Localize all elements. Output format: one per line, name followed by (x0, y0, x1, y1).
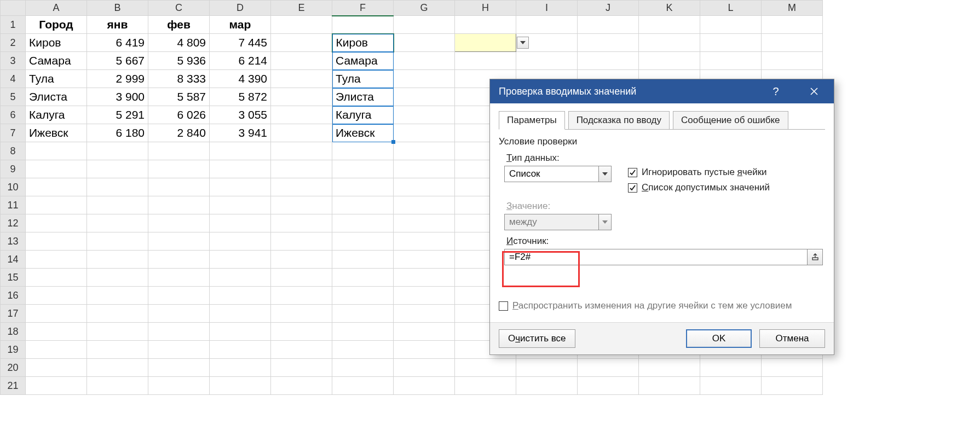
column-header[interactable]: A (26, 1, 87, 16)
cell[interactable] (210, 359, 271, 377)
cell[interactable]: Тула (332, 70, 394, 88)
cell[interactable] (332, 341, 394, 359)
cell[interactable] (26, 251, 87, 269)
cell[interactable] (87, 269, 148, 287)
cell[interactable] (87, 142, 148, 160)
cell[interactable] (26, 359, 87, 377)
row-header[interactable]: 4 (1, 70, 26, 88)
cell[interactable] (26, 214, 87, 232)
cell[interactable] (87, 377, 148, 395)
cell[interactable] (148, 323, 210, 341)
cell[interactable] (87, 214, 148, 232)
cell[interactable] (700, 377, 762, 395)
cell[interactable] (26, 232, 87, 251)
cell[interactable] (332, 142, 394, 160)
cell[interactable]: Самара (332, 52, 394, 70)
cell[interactable] (148, 160, 210, 178)
cell[interactable] (578, 377, 639, 395)
column-header[interactable]: I (516, 1, 578, 16)
cell[interactable]: Киров (26, 34, 87, 52)
cell[interactable] (271, 341, 332, 359)
cell[interactable] (394, 70, 455, 88)
tab-error-alert[interactable]: Сообщение об ошибке (673, 111, 788, 130)
cell[interactable] (26, 178, 87, 196)
cell[interactable] (332, 269, 394, 287)
cell[interactable] (332, 359, 394, 377)
column-header[interactable]: J (578, 1, 639, 16)
dialog-help-button[interactable]: ? (765, 79, 787, 103)
column-header[interactable]: M (762, 1, 823, 16)
cell[interactable] (26, 377, 87, 395)
cell[interactable] (762, 16, 823, 34)
cell[interactable] (210, 287, 271, 305)
column-header[interactable]: E (271, 1, 332, 16)
cell[interactable] (394, 269, 455, 287)
cell[interactable] (394, 178, 455, 196)
cell[interactable] (210, 269, 271, 287)
cell[interactable] (639, 359, 700, 377)
cell[interactable] (394, 124, 455, 142)
cell[interactable] (26, 142, 87, 160)
cell-dropdown-button[interactable] (517, 37, 529, 49)
cell[interactable] (394, 287, 455, 305)
row-header[interactable]: 21 (1, 377, 26, 395)
row-header[interactable]: 15 (1, 269, 26, 287)
cell[interactable] (271, 269, 332, 287)
cell[interactable] (210, 232, 271, 251)
cell[interactable] (271, 232, 332, 251)
cell[interactable]: Ижевск (26, 124, 87, 142)
cell[interactable] (148, 232, 210, 251)
cell[interactable] (394, 16, 455, 34)
cell[interactable] (210, 178, 271, 196)
row-header[interactable]: 6 (1, 106, 26, 124)
cell[interactable] (394, 52, 455, 70)
cell[interactable] (148, 142, 210, 160)
cell[interactable]: фев (148, 16, 210, 34)
cell[interactable] (148, 214, 210, 232)
cell[interactable] (639, 377, 700, 395)
cell[interactable] (26, 305, 87, 323)
cell[interactable]: Элиста (26, 88, 87, 106)
cell[interactable] (394, 142, 455, 160)
cell[interactable] (271, 16, 332, 34)
cell[interactable] (271, 251, 332, 269)
column-header[interactable]: D (210, 1, 271, 16)
cell[interactable] (271, 160, 332, 178)
cell[interactable]: мар (210, 16, 271, 34)
cell[interactable] (87, 160, 148, 178)
cell[interactable] (26, 287, 87, 305)
cell[interactable]: 4 809 (148, 34, 210, 52)
dialog-titlebar[interactable]: Проверка вводимых значений ? (490, 79, 834, 103)
cell[interactable] (516, 16, 578, 34)
cell[interactable] (26, 323, 87, 341)
cell[interactable]: Элиста (332, 88, 394, 106)
cell[interactable] (148, 359, 210, 377)
cell[interactable] (455, 52, 516, 70)
cell[interactable] (87, 196, 148, 214)
in-cell-dropdown-checkbox[interactable]: Список допустимых значений (628, 182, 770, 193)
cell[interactable] (394, 323, 455, 341)
cell[interactable] (271, 88, 332, 106)
cell[interactable] (87, 305, 148, 323)
cell[interactable]: 5 936 (148, 52, 210, 70)
cell[interactable] (210, 341, 271, 359)
cell[interactable]: 2 840 (148, 124, 210, 142)
cell[interactable]: 5 587 (148, 88, 210, 106)
row-header[interactable]: 11 (1, 196, 26, 214)
cell[interactable] (210, 377, 271, 395)
cell[interactable] (271, 305, 332, 323)
cell[interactable] (700, 16, 762, 34)
cell[interactable] (271, 178, 332, 196)
cell[interactable]: Самара (26, 52, 87, 70)
cell[interactable]: 6 026 (148, 106, 210, 124)
cell[interactable] (87, 251, 148, 269)
spill-range-handle[interactable] (391, 140, 395, 144)
cell[interactable]: Тула (26, 70, 87, 88)
ok-button[interactable]: OK (686, 329, 752, 348)
cell[interactable] (271, 196, 332, 214)
row-header[interactable]: 13 (1, 232, 26, 251)
cell[interactable] (210, 142, 271, 160)
cell[interactable] (87, 359, 148, 377)
cell[interactable]: 5 872 (210, 88, 271, 106)
cell[interactable] (394, 214, 455, 232)
